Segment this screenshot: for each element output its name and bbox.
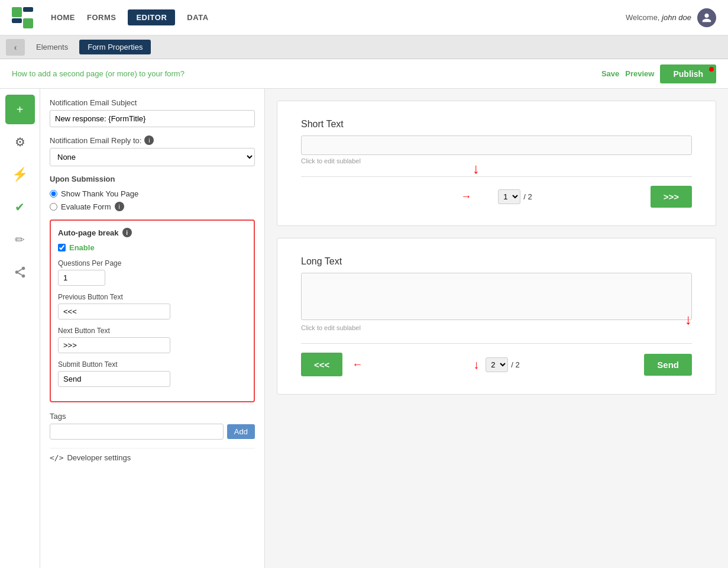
top-nav: HOME FORMS EDITOR DATA Welcome, john doe xyxy=(0,0,728,36)
publish-dot xyxy=(709,67,714,72)
nav-forms[interactable]: FORMS xyxy=(87,13,116,22)
notification-subject-label: Notification Email Subject xyxy=(50,98,255,107)
svg-rect-1 xyxy=(23,7,33,12)
auto-page-break-box: Auto-page break i Enable Questions Per P… xyxy=(50,220,255,402)
form-page-2: Long Text Click to edit sublabel ↓ <<< ←… xyxy=(277,238,716,395)
notification-subject-input[interactable] xyxy=(50,110,255,127)
svg-point-6 xyxy=(21,275,25,278)
sub-nav: ‹ Elements Form Properties xyxy=(0,36,728,59)
evaluate-form-radio-item: Evaluate Form i xyxy=(50,202,255,211)
evaluate-form-radio[interactable] xyxy=(50,203,57,211)
preview-area: Short Text Click to edit sublabel ↓ → 1 … xyxy=(265,89,728,568)
page1-select-wrap: → 1 2 / 2 xyxy=(461,189,532,204)
evaluate-info-icon[interactable]: i xyxy=(115,202,124,211)
submit-button-text-input[interactable] xyxy=(58,371,170,387)
tab-form-properties[interactable]: Form Properties xyxy=(79,40,151,54)
share-button[interactable] xyxy=(5,257,35,287)
check-button[interactable]: ✔ xyxy=(5,192,35,222)
auto-page-break-title: Auto-page break i xyxy=(58,228,247,237)
page2-field-label: Long Text xyxy=(301,256,692,267)
nav-links: HOME FORMS EDITOR DATA xyxy=(51,9,209,25)
sidebar-icons: + ⚙ ⚡ ✔ ✏ xyxy=(0,89,40,568)
nav-right: Welcome, john doe xyxy=(626,8,716,27)
page1-nav: ↓ → 1 2 / 2 >>> xyxy=(301,176,692,208)
show-thank-you-radio-item: Show Thank You Page xyxy=(50,189,255,198)
tags-section: Tags Add xyxy=(50,412,255,440)
tags-input-row: Add xyxy=(50,424,255,440)
svg-line-8 xyxy=(18,269,21,272)
reply-to-select[interactable]: None xyxy=(50,148,255,166)
page2-nav: ↓ <<< ← ↓ 1 2 / 2 Send xyxy=(301,343,692,376)
page2-sublabel: Click to edit sublabel xyxy=(301,324,692,331)
nav-data[interactable]: DATA xyxy=(187,13,208,22)
show-thank-you-radio[interactable] xyxy=(50,190,57,198)
page2-send-button[interactable]: Send xyxy=(644,354,692,376)
arrow-down-2: ↓ xyxy=(685,311,692,328)
form-page-1: Short Text Click to edit sublabel ↓ → 1 … xyxy=(277,101,716,226)
questions-per-page-group: Questions Per Page xyxy=(58,259,247,286)
bolt-button[interactable]: ⚡ xyxy=(5,160,35,189)
svg-rect-3 xyxy=(23,18,33,28)
next-button-text-label: Next Button Text xyxy=(58,327,247,335)
welcome-text: Welcome, john doe xyxy=(626,13,691,22)
page2-page-select[interactable]: 1 2 xyxy=(486,357,508,372)
user-avatar-icon[interactable] xyxy=(697,8,716,27)
reply-to-info-icon[interactable]: i xyxy=(144,135,154,145)
tags-add-button[interactable]: Add xyxy=(227,424,255,439)
page1-sublabel: Click to edit sublabel xyxy=(301,157,692,164)
svg-point-4 xyxy=(21,267,25,270)
logo xyxy=(12,7,33,28)
toolbar: How to add a second page (or more) to yo… xyxy=(0,59,728,89)
svg-rect-2 xyxy=(12,18,22,23)
nav-home[interactable]: HOME xyxy=(51,13,75,22)
publish-button[interactable]: Publish xyxy=(660,64,716,83)
tags-label: Tags xyxy=(50,412,255,421)
preview-button[interactable]: Preview xyxy=(625,69,654,78)
next-button-text-group: Next Button Text xyxy=(58,327,247,353)
submit-button-text-group: Submit Button Text xyxy=(58,360,247,387)
page1-page-select[interactable]: 1 2 xyxy=(498,189,520,204)
toolbar-right: Save Preview Publish xyxy=(601,64,716,83)
auto-page-info-icon[interactable]: i xyxy=(122,228,132,237)
arrow-down-1: ↓ xyxy=(473,162,480,176)
page2-select-wrap: ↓ 1 2 / 2 xyxy=(473,357,519,372)
code-icon: </> xyxy=(50,453,63,462)
back-button[interactable]: ‹ xyxy=(6,39,25,56)
tags-input[interactable] xyxy=(50,424,224,440)
properties-panel: Notification Email Subject Notification … xyxy=(40,89,265,568)
next-button-text-input[interactable] xyxy=(58,337,170,353)
settings-button[interactable]: ⚙ xyxy=(5,127,35,157)
enable-checkbox[interactable] xyxy=(58,244,66,251)
logo-icon xyxy=(12,7,33,28)
questions-per-page-label: Questions Per Page xyxy=(58,259,247,267)
prev-button-text-input[interactable] xyxy=(58,304,170,320)
svg-point-5 xyxy=(15,270,18,274)
enable-checkbox-item: Enable xyxy=(58,243,247,252)
page1-field-label: Short Text xyxy=(301,119,692,130)
page1-next-button[interactable]: >>> xyxy=(651,186,692,208)
prev-button-text-label: Previous Button Text xyxy=(58,293,247,301)
questions-per-page-input[interactable] xyxy=(58,270,105,286)
submission-radio-group: Show Thank You Page Evaluate Form i xyxy=(50,189,255,211)
arrow-left-2: ← xyxy=(352,353,363,376)
help-link[interactable]: How to add a second page (or more) to yo… xyxy=(12,69,601,78)
save-button[interactable]: Save xyxy=(601,69,619,78)
arrow-right-1: → xyxy=(461,191,471,203)
page2-long-text-input[interactable] xyxy=(301,273,692,320)
page2-prev-button[interactable]: <<< xyxy=(301,353,342,376)
tab-elements[interactable]: Elements xyxy=(28,40,76,54)
developer-settings[interactable]: </> Developer settings xyxy=(50,448,255,467)
arrow-down-3: ↓ xyxy=(473,359,479,370)
prev-button-text-group: Previous Button Text xyxy=(58,293,247,320)
nav-editor[interactable]: EDITOR xyxy=(128,9,175,25)
notification-reply-label: Notification Email Reply to: i xyxy=(50,135,255,145)
upon-submission-label: Upon Submission xyxy=(50,175,255,183)
submit-button-text-label: Submit Button Text xyxy=(58,360,247,369)
svg-line-7 xyxy=(18,273,21,275)
svg-rect-0 xyxy=(12,7,22,17)
add-element-button[interactable]: + xyxy=(5,95,35,124)
main-layout: + ⚙ ⚡ ✔ ✏ Notification Email Subject Not… xyxy=(0,89,728,568)
brush-button[interactable]: ✏ xyxy=(5,225,35,254)
page1-short-text-input[interactable] xyxy=(301,135,692,155)
